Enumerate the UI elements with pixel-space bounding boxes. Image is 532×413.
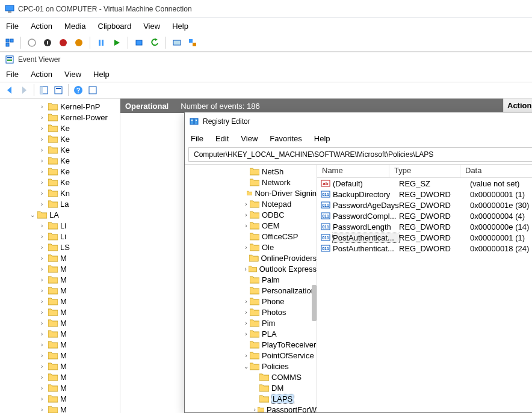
tree-item[interactable]: ›M <box>0 361 120 372</box>
show-tree-icon[interactable] <box>38 84 50 96</box>
reg-tree-item[interactable]: NetSh <box>185 166 317 177</box>
tree-item[interactable]: ⌄LA <box>0 209 120 220</box>
tree-item[interactable]: ›M <box>0 382 120 393</box>
tree-item[interactable]: ›Ke <box>0 155 120 166</box>
tree-item[interactable]: ›M <box>0 393 120 404</box>
tree-item[interactable]: ›Kernel-PnP <box>0 101 120 112</box>
tree-item[interactable]: ›Li <box>0 220 120 231</box>
tree-item[interactable]: ›M <box>0 274 120 285</box>
vm-menu-action[interactable]: Action <box>25 19 58 33</box>
regedit-titlebar[interactable]: Registry Editor <box>185 112 532 130</box>
reg-tree-item[interactable]: Non-Driver Signin <box>185 188 317 198</box>
tree-item[interactable]: ›Li <box>0 231 120 242</box>
back-icon[interactable] <box>4 84 16 96</box>
vm-menu-clipboard[interactable]: Clipboard <box>92 19 138 33</box>
scrollbar-thumb[interactable] <box>312 285 317 321</box>
re-menu-view[interactable]: View <box>235 132 264 145</box>
reg-tree-item[interactable]: COMMS <box>185 372 317 382</box>
tree-item[interactable]: ›La <box>0 198 120 209</box>
reg-tree-item[interactable]: OfficeCSP <box>185 231 317 242</box>
refresh-icon[interactable] <box>87 84 99 96</box>
reg-tree-item[interactable]: ⌄Policies <box>185 361 317 372</box>
tree-item[interactable]: ›Ke <box>0 133 120 144</box>
reg-value-row[interactable]: 011PasswordLengthREG_DWORD0x0000000e (14… <box>317 221 532 232</box>
reg-value-row[interactable]: 011PostAuthenticat...REG_DWORD0x00000001… <box>317 232 532 243</box>
tree-item[interactable]: ›M <box>0 307 120 317</box>
ev-menu-action[interactable]: Action <box>25 67 58 81</box>
tree-item[interactable]: ›Ke <box>0 123 120 133</box>
col-type[interactable]: Type <box>389 165 460 177</box>
ev-menu-file[interactable]: File <box>0 67 25 81</box>
forward-icon[interactable] <box>18 84 30 96</box>
tree-item[interactable]: ›Kernel-Power <box>0 112 120 123</box>
re-menu-edit[interactable]: Edit <box>209 132 235 145</box>
tree-item[interactable]: ›Ke <box>0 144 120 155</box>
tree-item[interactable]: ›M <box>0 372 120 382</box>
reg-tree-item[interactable]: OnlineProviders <box>185 252 317 263</box>
tree-item[interactable]: ›M <box>0 317 120 328</box>
reg-tree-item[interactable]: ›Ole <box>185 242 317 252</box>
reg-tree-item[interactable]: LAPS <box>185 393 317 404</box>
reg-value-row[interactable]: 011PostAuthenticat...REG_DWORD0x00000018… <box>317 243 532 254</box>
start-icon[interactable] <box>26 37 38 49</box>
reg-value-row[interactable]: 011BackupDirectoryREG_DWORD0x00000001 (1… <box>317 189 532 200</box>
reg-value-row[interactable]: 011PasswordAgeDaysREG_DWORD0x0000001e (3… <box>317 200 532 210</box>
reg-value-row[interactable]: 011PasswordCompl...REG_DWORD0x00000004 (… <box>317 210 532 221</box>
tree-item[interactable]: ›M <box>0 339 120 350</box>
values-header[interactable]: Name Type Data <box>317 165 532 178</box>
revert-icon[interactable] <box>149 37 161 49</box>
regedit-tree[interactable]: NetShNetworkNon-Driver Signin›Notepad›OD… <box>185 165 317 412</box>
vm-menu-help[interactable]: Help <box>166 19 194 33</box>
reg-tree-item[interactable]: ›PLA <box>185 328 317 339</box>
reg-tree-item[interactable]: ›PassportForW <box>185 404 317 412</box>
ctrl-alt-del-icon[interactable] <box>4 37 16 49</box>
col-name[interactable]: Name <box>317 165 389 177</box>
re-menu-file[interactable]: File <box>185 132 209 145</box>
reg-tree-item[interactable]: ›PointOfService <box>185 350 317 361</box>
col-data[interactable]: Data <box>460 165 532 177</box>
save-icon[interactable] <box>73 37 85 49</box>
tree-item[interactable]: ›LS <box>0 242 120 252</box>
reg-tree-item[interactable]: ›ODBC <box>185 209 317 220</box>
tree-item[interactable]: ›M <box>0 263 120 274</box>
reg-tree-item[interactable]: Personalization <box>185 285 317 296</box>
tree-item[interactable]: ›Ke <box>0 177 120 188</box>
share-icon[interactable] <box>187 37 199 49</box>
reg-tree-item[interactable]: Network <box>185 177 317 188</box>
vm-menu-view[interactable]: View <box>137 19 166 33</box>
reg-tree-item[interactable]: ›Notepad <box>185 198 317 209</box>
tree-item[interactable]: ›Ke <box>0 166 120 177</box>
regedit-values[interactable]: Name Type Data ab(Default)REG_SZ(value n… <box>317 165 532 412</box>
checkpoint-icon[interactable] <box>133 37 145 49</box>
help-icon[interactable]: ? <box>72 84 84 96</box>
reg-value-row[interactable]: ab(Default)REG_SZ(value not set) <box>317 178 532 189</box>
tree-item[interactable]: ›Kn <box>0 188 120 198</box>
reg-tree-item[interactable]: DM <box>185 382 317 393</box>
reset-icon[interactable] <box>111 37 123 49</box>
pause-icon[interactable] <box>95 37 107 49</box>
tree-item[interactable]: ›M <box>0 328 120 339</box>
vm-menu-file[interactable]: File <box>0 19 25 33</box>
reg-tree-item[interactable]: ›OEM <box>185 220 317 231</box>
reg-tree-item[interactable]: ›Phone <box>185 296 317 307</box>
tree-item[interactable]: ›M <box>0 296 120 307</box>
regedit-path[interactable]: Computer\HKEY_LOCAL_MACHINE\SOFTWARE\Mic… <box>188 147 532 162</box>
event-tree[interactable]: ›Kernel-PnP›Kernel-Power›Ke›Ke›Ke›Ke›Ke›… <box>0 99 120 413</box>
shutdown-icon[interactable] <box>57 37 69 49</box>
reg-tree-item[interactable]: ›Outlook Express <box>185 263 317 274</box>
tree-item[interactable]: ›M <box>0 350 120 361</box>
properties-icon[interactable] <box>52 84 64 96</box>
tree-item[interactable]: ›M <box>0 252 120 263</box>
reg-tree-item[interactable]: ›Photos <box>185 307 317 317</box>
ev-menu-help[interactable]: Help <box>87 67 116 81</box>
turnoff-icon[interactable] <box>42 37 54 49</box>
re-menu-help[interactable]: Help <box>308 132 336 145</box>
reg-tree-item[interactable]: Palm <box>185 274 317 285</box>
tree-item[interactable]: ›M <box>0 285 120 296</box>
reg-tree-item[interactable]: ›Pim <box>185 317 317 328</box>
ev-menu-view[interactable]: View <box>58 67 87 81</box>
vm-menu-media[interactable]: Media <box>58 19 91 33</box>
reg-tree-item[interactable]: PlayToReceiver <box>185 339 317 350</box>
re-menu-favorites[interactable]: Favorites <box>264 132 308 145</box>
tree-item[interactable]: ›M <box>0 404 120 413</box>
